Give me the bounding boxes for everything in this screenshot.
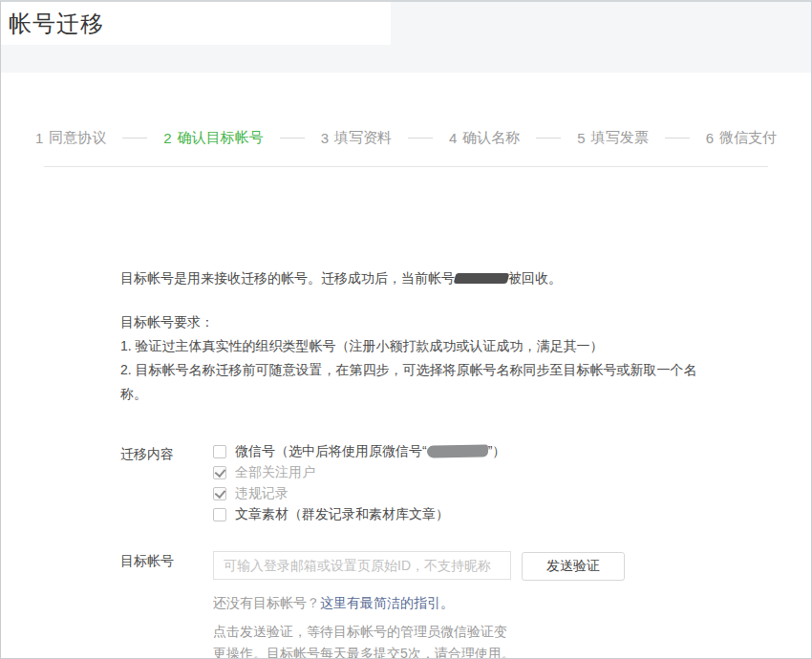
option-wechat-id: 微信号（选中后将使用原微信号“”） bbox=[213, 444, 505, 458]
wechat-id-option-label: 微信号（选中后将使用原微信号“”） bbox=[235, 444, 505, 458]
step-wechat-pay: 6 微信支付 bbox=[706, 129, 777, 147]
migrate-content-label: 迁移内容 bbox=[120, 444, 213, 463]
intro-text-after: 被回收。 bbox=[508, 270, 562, 286]
target-account-controls: 发送验证 还没有目标帐号？这里有最简洁的指引。 点击发送验证，等待目标帐号的管理… bbox=[213, 551, 625, 659]
page-header: 帐号迁移 bbox=[1, 2, 811, 73]
step-number: 5 bbox=[577, 130, 585, 146]
article-material-checkbox[interactable] bbox=[213, 508, 226, 521]
step-number: 2 bbox=[163, 130, 171, 146]
step-number: 4 bbox=[449, 130, 457, 146]
violation-records-checkbox bbox=[213, 487, 226, 500]
intro-text: 目标帐号是用来接收迁移的帐号。迁移成功后，当前帐号被回收。 bbox=[120, 268, 811, 287]
help-note: 点击发送验证，等待目标帐号的管理员微信验证变更操作。目标帐号每天最多提交5次，请… bbox=[213, 621, 517, 659]
step-number: 6 bbox=[706, 130, 714, 146]
redacted-current-account-scribble bbox=[454, 273, 510, 284]
option-all-followers: 全部关注用户 bbox=[213, 465, 505, 479]
step-label: 确认名称 bbox=[462, 129, 520, 147]
step-fill-info: 3 填写资料 bbox=[321, 129, 392, 147]
wizard-step-bar: 1 同意协议 2 确认目标帐号 3 填写资料 4 确认名称 5 填写发票 6 微… bbox=[1, 129, 811, 147]
send-verification-button[interactable]: 发送验证 bbox=[522, 552, 625, 581]
all-followers-label: 全部关注用户 bbox=[235, 465, 315, 479]
requirement-item-1: 1. 验证过主体真实性的组织类型帐号（注册小额打款成功或认证成功，满足其一） bbox=[120, 334, 711, 358]
violation-records-label: 违规记录 bbox=[235, 486, 288, 500]
step-confirm-name: 4 确认名称 bbox=[449, 129, 520, 147]
step-separator bbox=[665, 138, 690, 138]
option-article-material: 文章素材（群发记录和素材库文章） bbox=[213, 507, 505, 521]
migrate-content-options: 微信号（选中后将使用原微信号“”） 全部关注用户 违规记录 文章素材（群发记录和… bbox=[213, 444, 505, 521]
redacted-wechat-id-scribble bbox=[427, 444, 488, 457]
article-material-label: 文章素材（群发记录和素材库文章） bbox=[235, 507, 449, 521]
step-separator bbox=[408, 138, 433, 138]
step-bar-divider bbox=[44, 166, 768, 167]
step-separator bbox=[280, 138, 305, 138]
guide-link[interactable]: 这里有最简洁的指引。 bbox=[320, 595, 454, 610]
intro-text-before: 目标帐号是用来接收迁移的帐号。迁移成功后，当前帐号 bbox=[120, 270, 455, 286]
page-title: 帐号迁移 bbox=[9, 9, 104, 39]
account-migration-page: 帐号迁移 1 同意协议 2 确认目标帐号 3 填写资料 4 确认名称 5 填写发… bbox=[0, 0, 812, 659]
main-content: 目标帐号是用来接收迁移的帐号。迁移成功后，当前帐号被回收。 目标帐号要求： 1.… bbox=[1, 268, 811, 659]
target-account-label: 目标帐号 bbox=[120, 551, 213, 570]
step-separator bbox=[536, 138, 561, 138]
migrate-content-row: 迁移内容 微信号（选中后将使用原微信号“”） 全部关注用户 违规记录 bbox=[120, 444, 811, 521]
target-account-input[interactable] bbox=[213, 551, 511, 580]
wechat-id-label-after: ”） bbox=[488, 443, 506, 458]
step-number: 3 bbox=[321, 130, 329, 146]
step-label: 确认目标帐号 bbox=[178, 129, 264, 147]
help-question: 还没有目标帐号？ bbox=[213, 595, 320, 610]
target-account-requirements: 目标帐号要求： 1. 验证过主体真实性的组织类型帐号（注册小额打款成功或认证成功… bbox=[120, 310, 711, 406]
step-agree-protocol: 1 同意协议 bbox=[35, 129, 106, 147]
wechat-id-label-before: 微信号（选中后将使用原微信号“ bbox=[235, 443, 427, 458]
step-label: 填写资料 bbox=[334, 129, 392, 147]
step-confirm-target-account: 2 确认目标帐号 bbox=[163, 129, 263, 147]
requirements-heading: 目标帐号要求： bbox=[120, 310, 711, 334]
option-violation-records: 违规记录 bbox=[213, 486, 505, 500]
wechat-id-checkbox[interactable] bbox=[213, 445, 226, 458]
step-number: 1 bbox=[35, 130, 43, 146]
target-account-help: 还没有目标帐号？这里有最简洁的指引。 点击发送验证，等待目标帐号的管理员微信验证… bbox=[213, 592, 517, 659]
help-question-line: 还没有目标帐号？这里有最简洁的指引。 bbox=[213, 592, 517, 614]
target-account-input-line: 发送验证 bbox=[213, 551, 625, 581]
step-fill-invoice: 5 填写发票 bbox=[577, 129, 648, 147]
step-label: 微信支付 bbox=[719, 129, 777, 147]
step-label: 同意协议 bbox=[49, 129, 106, 147]
step-separator bbox=[122, 138, 147, 138]
step-label: 填写发票 bbox=[591, 129, 649, 147]
requirement-item-2: 2. 目标帐号名称迁移前可随意设置，在第四步，可选择将原帐号名称同步至目标帐号或… bbox=[120, 358, 711, 406]
target-account-row: 目标帐号 发送验证 还没有目标帐号？这里有最简洁的指引。 点击发送验证，等待目标… bbox=[120, 551, 811, 659]
all-followers-checkbox bbox=[213, 466, 226, 479]
